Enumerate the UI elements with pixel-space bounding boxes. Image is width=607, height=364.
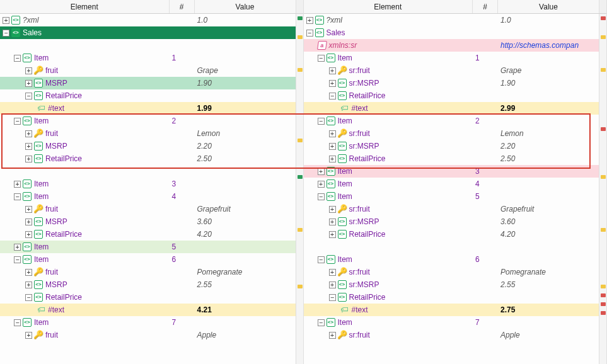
expand-toggle[interactable]: + [25,206,32,213]
tree-row[interactable]: −<>RetailPrice [0,89,296,102]
tree-row[interactable]: −<>Item2 [304,115,599,127]
collapse-toggle[interactable]: − [25,93,32,100]
collapse-toggle[interactable]: − [14,256,21,263]
expand-toggle[interactable]: + [25,143,32,150]
header-element[interactable]: Element [0,0,170,13]
tree-row[interactable]: +🔑sr:fruitApple [304,329,599,341]
tree-row[interactable]: +<>Item3 [304,165,599,178]
expand-toggle[interactable]: + [14,181,21,188]
collapse-toggle[interactable]: − [318,319,325,326]
expand-toggle[interactable]: + [329,269,336,276]
tree-row[interactable]: +<>sr:MSRP2.55 [304,278,599,291]
tree-row[interactable]: +<>Item4 [304,178,599,190]
tree-row[interactable]: −<>RetailPrice [304,291,599,304]
tree-row[interactable]: +<>RetailPrice2.50 [0,152,296,165]
diff-marker[interactable] [298,175,303,179]
diff-marker[interactable] [601,127,606,131]
tree-row[interactable] [0,165,296,178]
tree-row[interactable]: +<>MSRP2.20 [0,140,296,152]
tree-row[interactable]: +🔑sr:fruitLemon [304,127,599,140]
expand-toggle[interactable]: + [329,219,336,225]
expand-toggle[interactable]: + [329,67,336,74]
diff-marker[interactable] [298,16,303,20]
expand-toggle[interactable]: + [329,206,336,213]
expand-toggle[interactable]: + [329,231,336,238]
collapse-toggle[interactable]: − [329,93,336,100]
diff-marker[interactable] [298,285,303,288]
diff-marker[interactable] [298,35,303,39]
expand-toggle[interactable]: + [329,156,336,162]
diff-marker[interactable] [601,16,606,20]
tree-row[interactable]: −<>Item1 [304,52,599,64]
expand-toggle[interactable]: + [329,80,336,87]
header-hash[interactable]: # [170,0,195,13]
collapse-toggle[interactable]: − [318,193,325,200]
collapse-toggle[interactable]: − [25,294,32,301]
expand-toggle[interactable]: + [329,332,336,339]
tree-row[interactable]: +<>MSRP2.55 [0,278,296,291]
expand-toggle[interactable]: + [318,168,325,175]
tree-row[interactable] [304,241,599,253]
diff-marker[interactable] [298,68,303,72]
tree-row[interactable]: +🔑sr:fruitPomegranate [304,266,599,278]
expand-toggle[interactable]: + [3,17,9,24]
collapse-toggle[interactable]: − [318,55,325,62]
collapse-toggle[interactable]: − [306,30,313,37]
diff-marker[interactable] [601,68,606,72]
tree-row[interactable]: −<>Sales [0,26,296,39]
expand-toggle[interactable]: + [25,219,32,225]
expand-toggle[interactable]: + [25,282,32,288]
diff-marker[interactable] [298,228,303,232]
collapse-toggle[interactable]: − [14,118,21,125]
tree-row[interactable]: +<>MSRP3.60 [0,215,296,228]
tree-row[interactable]: −<>Item1 [0,52,296,64]
tree-row[interactable]: +🔑fruitGrape [0,64,296,77]
tree-row[interactable]: −<>RetailPrice [0,291,296,304]
header-value[interactable]: Value [195,0,296,13]
tree-row[interactable]: 🏷#text4.21 [0,304,296,316]
expand-toggle[interactable]: + [25,80,32,87]
collapse-toggle[interactable]: − [318,118,325,125]
expand-toggle[interactable]: + [329,282,336,288]
diff-marker[interactable] [601,35,606,39]
tree-row[interactable] [0,39,296,52]
expand-toggle[interactable]: + [329,143,336,150]
tree-body[interactable]: +<>?xml1.0−<>Sales−<>Item1+🔑fruitGrape+<… [0,14,296,364]
tree-row[interactable]: 🏷#text2.99 [304,102,599,115]
header-element[interactable]: Element [304,0,473,13]
expand-toggle[interactable]: + [25,332,32,339]
scrollbar[interactable] [599,0,606,13]
tree-row[interactable]: +<>Item3 [0,178,296,190]
tree-row[interactable]: +🔑fruitLemon [0,127,296,140]
tree-row[interactable]: +<>sr:MSRP1.90 [304,77,599,89]
tree-row[interactable]: 🏷#text1.99 [0,102,296,115]
diff-marker[interactable] [298,139,303,142]
tree-row[interactable]: +🔑sr:fruitGrape [304,64,599,77]
tree-row[interactable]: +<>?xml1.0 [0,14,296,26]
tree-row[interactable]: +<>RetailPrice4.20 [304,228,599,241]
expand-toggle[interactable]: + [25,130,32,137]
tree-row[interactable]: +<>sr:MSRP2.20 [304,140,599,152]
diff-marker[interactable] [601,311,606,315]
scrollbar[interactable] [296,0,303,13]
collapse-toggle[interactable]: − [14,193,21,200]
diff-marker[interactable] [601,285,606,288]
header-value[interactable]: Value [498,0,599,13]
tree-row[interactable]: +<>Item5 [0,241,296,253]
tree-row[interactable]: +🔑sr:fruitGrapefruit [304,203,599,215]
collapse-toggle[interactable]: − [14,55,21,62]
diff-marker-gutter[interactable] [599,14,606,364]
collapse-toggle[interactable]: − [14,319,21,326]
diff-marker[interactable] [601,175,606,179]
expand-toggle[interactable]: + [25,156,32,162]
tree-row[interactable]: +🔑fruitGrapefruit [0,203,296,215]
expand-toggle[interactable]: + [306,17,313,24]
tree-row[interactable]: −<>Item5 [304,190,599,203]
expand-toggle[interactable]: + [14,244,21,251]
tree-body[interactable]: +<>?xml1.0−<>Salesaxmlns:srhttp://schema… [304,14,599,364]
tree-row[interactable]: 🏷#text2.75 [304,304,599,316]
tree-row[interactable]: +<>?xml1.0 [304,14,599,26]
expand-toggle[interactable]: + [318,181,325,188]
tree-row[interactable]: −<>Item2 [0,115,296,127]
tree-row[interactable]: +<>RetailPrice4.20 [0,228,296,241]
